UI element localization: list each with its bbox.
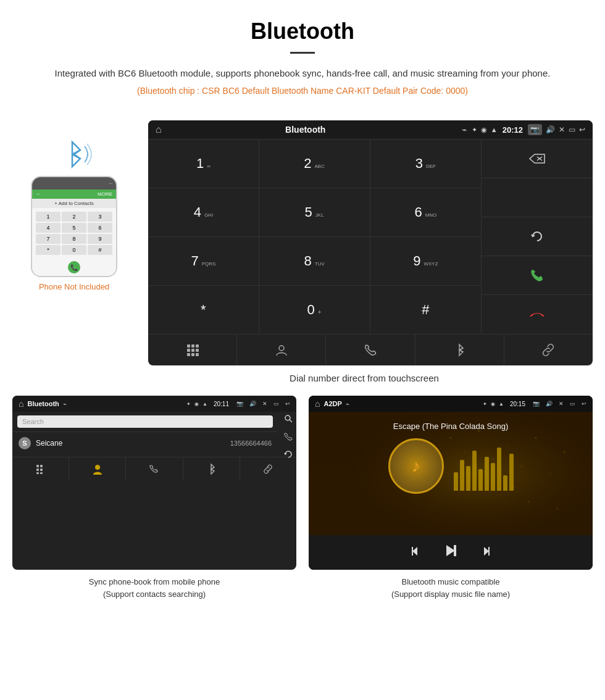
prev-button[interactable]: [411, 544, 424, 561]
svg-rect-16: [36, 465, 39, 467]
dial-caption: Dial number direct from touchscreen: [0, 365, 605, 396]
contact-number: 13566664466: [230, 440, 272, 447]
svg-point-35: [499, 494, 501, 495]
mp-win-icon[interactable]: ▭: [570, 401, 575, 407]
svg-rect-20: [40, 469, 43, 471]
pb-title: Bluetooth: [27, 400, 59, 407]
play-pause-button[interactable]: [443, 543, 459, 562]
dial-topbar: ⌂ Bluetooth ⌁ ✦ ◉ ▲ 20:12 📷 🔊 ✕ ▭ ↩: [148, 120, 593, 140]
phone-section: ··· ← MORE + Add to Contacts 1 2 3 4 5 6…: [12, 120, 136, 291]
music-section: ⌂ A2DP ⌁ ✦ ◉ ▲ 20:15 📷 🔊 ✕ ▭ ↩: [309, 396, 593, 606]
empty-right-1: [482, 178, 593, 217]
svg-rect-4: [196, 344, 199, 348]
pb-link-tab[interactable]: [240, 457, 296, 481]
pb-phone-icon[interactable]: [284, 432, 293, 443]
pb-keypad-tab[interactable]: [12, 457, 69, 481]
pb-contact-tab[interactable]: [69, 457, 126, 481]
back-icon[interactable]: ↩: [579, 125, 585, 134]
svg-line-15: [290, 420, 292, 422]
svg-point-32: [549, 473, 551, 474]
key-3[interactable]: 3DEF: [370, 140, 482, 188]
status-icons: ✦ ◉ ▲: [472, 126, 498, 134]
pb-call-tab[interactable]: [126, 457, 183, 481]
hangup-button[interactable]: [482, 295, 593, 334]
pb-vol-icon[interactable]: 🔊: [249, 401, 256, 407]
pb-side-icons: [284, 412, 293, 460]
svg-line-12: [459, 350, 463, 352]
pb-x-icon[interactable]: ✕: [262, 401, 267, 407]
backspace-button[interactable]: [482, 140, 593, 178]
next-button[interactable]: [477, 544, 491, 561]
pb-win-icon[interactable]: ▭: [273, 401, 279, 407]
pb-inner: Search S Seicane 13566664466: [12, 412, 296, 454]
svg-line-13: [459, 348, 463, 350]
svg-point-14: [285, 415, 290, 420]
window-icon[interactable]: ▭: [569, 125, 575, 134]
close-icon[interactable]: ✕: [559, 125, 565, 134]
pb-refresh-icon[interactable]: [284, 450, 293, 460]
volume-icon[interactable]: 🔊: [546, 125, 555, 134]
svg-marker-44: [484, 547, 489, 556]
contact-row: S Seicane 13566664466: [12, 431, 278, 454]
dial-bottom-bar: [148, 334, 593, 365]
svg-rect-17: [40, 465, 43, 467]
key-6[interactable]: 6MNO: [370, 188, 482, 237]
phone-tab[interactable]: [326, 335, 415, 365]
key-star[interactable]: *: [148, 286, 259, 334]
pb-cam-icon[interactable]: 📷: [236, 401, 243, 407]
mp-sig-icon: ▲: [499, 401, 504, 407]
svg-rect-3: [191, 344, 194, 348]
svg-rect-9: [191, 353, 194, 356]
mp-content: Escape (The Pina Colada Song) ♪: [309, 412, 593, 535]
phonebook-section: ⌂ Bluetooth ⌁ ✦ ◉ ▲ 20:11 📷 🔊 ✕ ▭ ↩ Sear…: [12, 396, 296, 606]
key-1[interactable]: 1∞: [148, 140, 259, 188]
svg-rect-7: [196, 349, 199, 352]
svg-point-31: [535, 437, 536, 439]
pb-time: 20:11: [214, 401, 229, 407]
key-0[interactable]: 0+: [259, 286, 370, 334]
svg-point-30: [520, 465, 524, 468]
keypad-left: 1∞ 2ABC 3DEF 4GHI 5JKL 6MNO: [148, 140, 482, 334]
bluetooth-tab[interactable]: [415, 335, 504, 365]
svg-rect-21: [36, 472, 39, 474]
mp-usb-icon: ⌁: [346, 401, 349, 407]
svg-rect-10: [196, 353, 199, 356]
mp-x-icon[interactable]: ✕: [559, 401, 564, 407]
mp-cam-icon[interactable]: 📷: [533, 401, 540, 407]
dial-screen: ⌂ Bluetooth ⌁ ✦ ◉ ▲ 20:12 📷 🔊 ✕ ▭ ↩: [148, 120, 593, 365]
mp-home-icon[interactable]: ⌂: [315, 399, 320, 409]
search-placeholder-text[interactable]: Search: [17, 415, 273, 428]
pb-search-icon[interactable]: [284, 414, 293, 425]
phone-call-button: 📞: [68, 261, 80, 273]
music-caption: Bluetooth music compatible (Support disp…: [309, 570, 593, 606]
pb-topbar: ⌂ Bluetooth ⌁ ✦ ◉ ▲ 20:11 📷 🔊 ✕ ▭ ↩: [12, 396, 296, 412]
keypad-tab[interactable]: [148, 335, 237, 365]
key-9[interactable]: 9WXYZ: [370, 237, 482, 286]
refresh-button[interactable]: [482, 217, 593, 256]
pb-bt-tab[interactable]: [183, 457, 240, 481]
svg-rect-6: [191, 349, 194, 352]
pb-home-icon[interactable]: ⌂: [19, 399, 23, 409]
mp-back-icon[interactable]: ↩: [582, 401, 586, 407]
call-button[interactable]: [482, 256, 593, 295]
song-title: Escape (The Pina Colada Song): [393, 422, 508, 431]
pb-back-icon[interactable]: ↩: [285, 401, 290, 407]
contact-avatar: S: [19, 437, 31, 449]
svg-rect-5: [187, 349, 190, 352]
key-2[interactable]: 2ABC: [259, 140, 370, 188]
page-title: Bluetooth: [37, 19, 568, 44]
svg-rect-2: [187, 344, 190, 348]
svg-point-36: [513, 486, 516, 490]
key-7[interactable]: 7PQRS: [148, 237, 259, 286]
key-4[interactable]: 4GHI: [148, 188, 259, 237]
location-icon: ◉: [481, 126, 487, 134]
key-hash[interactable]: #: [370, 286, 482, 334]
svg-rect-43: [454, 545, 456, 556]
page-header: Bluetooth Integrated with BC6 Bluetooth …: [0, 0, 605, 120]
key-8[interactable]: 8TUV: [259, 237, 370, 286]
camera-icon[interactable]: 📷: [528, 124, 542, 135]
mp-vol-icon[interactable]: 🔊: [546, 401, 553, 407]
key-5[interactable]: 5JKL: [259, 188, 370, 237]
contacts-tab[interactable]: [237, 335, 326, 365]
link-tab[interactable]: [504, 335, 593, 365]
